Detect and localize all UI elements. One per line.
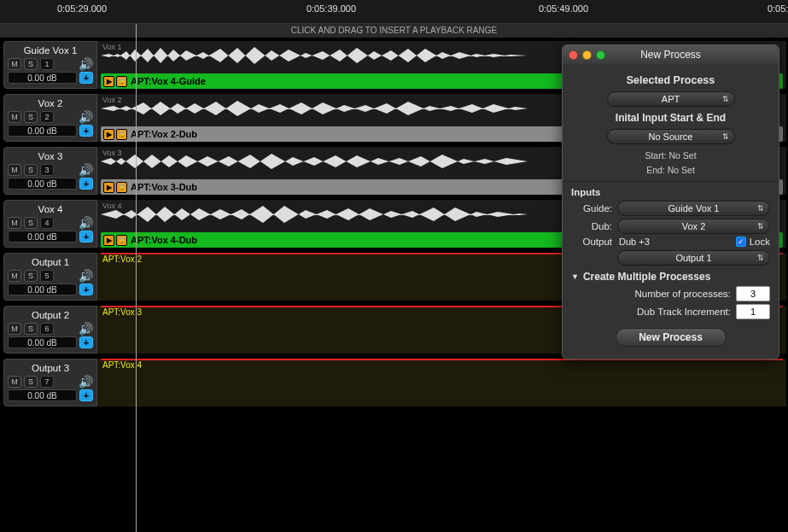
channel-number: 7 — [40, 376, 54, 388]
mute-button[interactable]: M — [8, 270, 21, 282]
panel-title: New Process — [563, 49, 779, 61]
gain-value[interactable]: 0.00 dB — [8, 72, 77, 84]
track-header: Vox 2 M S 2 🔊 0.00 dB + — [3, 94, 97, 142]
volume-icon[interactable]: 🔊 — [79, 323, 93, 335]
add-button[interactable]: + — [79, 178, 93, 190]
track-title: Guide Vox 1 — [8, 44, 93, 56]
waveform — [101, 97, 528, 120]
num-processes-field[interactable] — [736, 286, 770, 301]
mute-button[interactable]: M — [8, 164, 21, 176]
end-value: End: No Set — [571, 164, 770, 177]
volume-icon[interactable]: 🔊 — [79, 376, 93, 388]
solo-button[interactable]: S — [24, 58, 38, 70]
track-title: Output 1 — [8, 256, 93, 268]
clip-label: APT:Vox 4-Dub — [131, 235, 197, 245]
gain-value[interactable]: 0.00 dB — [8, 336, 77, 348]
solo-button[interactable]: S — [24, 164, 38, 176]
num-processes-label: Number of processes: — [635, 289, 732, 299]
add-button[interactable]: + — [79, 389, 93, 401]
mute-button[interactable]: M — [8, 217, 21, 229]
track-title: Vox 4 — [8, 203, 93, 215]
new-process-button[interactable]: New Process — [616, 328, 727, 347]
volume-icon[interactable]: 🔊 — [79, 217, 93, 229]
volume-icon[interactable]: 🔊 — [79, 58, 93, 70]
mute-button[interactable]: M — [8, 58, 21, 70]
dub-select[interactable]: Vox 2⇅ — [617, 219, 770, 234]
source-select[interactable]: No Source⇅ — [607, 129, 735, 144]
track-title: Vox 3 — [8, 150, 93, 162]
play-icon[interactable]: ▶ — [103, 76, 114, 87]
lock-checkbox[interactable]: ✓ — [736, 237, 746, 247]
dub-increment-label: Dub Track Increment: — [637, 307, 731, 317]
channel-number: 3 — [40, 164, 54, 176]
ruler-tick: 0:05:59.000 — [768, 3, 788, 14]
solo-button[interactable]: S — [24, 376, 38, 388]
start-value: Start: No Set — [571, 149, 770, 162]
volume-icon[interactable]: 🔊 — [79, 111, 93, 123]
hint-bar: CLICK AND DRAG TO INSERT A PLAYBACK RANG… — [0, 24, 788, 38]
track-header: Vox 4 M S 4 🔊 0.00 dB + — [3, 200, 97, 248]
track-title: Output 3 — [8, 362, 93, 374]
lock-icon[interactable]: 🔒 — [116, 182, 127, 193]
play-icon[interactable]: ▶ — [103, 182, 114, 193]
dub-increment-field[interactable] — [736, 304, 770, 319]
waveform — [101, 203, 528, 225]
gain-value[interactable]: 0.00 dB — [8, 231, 77, 243]
add-button[interactable]: + — [79, 231, 93, 243]
ruler-tick: 0:05:29.000 — [57, 3, 107, 14]
solo-button[interactable]: S — [24, 217, 38, 229]
output-clip-label: APT:Vox 4 — [102, 360, 142, 370]
multiple-processes-disclosure[interactable]: ▼Create Multiple Processes — [571, 271, 770, 283]
gain-value[interactable]: 0.00 dB — [8, 389, 77, 401]
timeline-ruler[interactable]: 0:05:29.000 0:05:39.000 0:05:49.000 0:05… — [0, 0, 788, 24]
volume-icon[interactable]: 🔊 — [79, 270, 93, 282]
add-button[interactable]: + — [79, 125, 93, 137]
chevron-updown-icon: ⇅ — [757, 204, 764, 213]
add-button[interactable]: + — [79, 72, 93, 84]
track-header: Output 1 M S 5 🔊 0.00 dB + — [3, 253, 97, 301]
gain-value[interactable]: 0.00 dB — [8, 178, 77, 190]
output-select[interactable]: Output 1⇅ — [617, 250, 770, 266]
track-header: Guide Vox 1 M S 1 🔊 0.00 dB + — [3, 41, 97, 89]
inputs-heading: Inputs — [571, 187, 770, 197]
lock-icon[interactable]: 🔒 — [116, 129, 127, 140]
output-clip-label: APT:Vox 2 — [102, 254, 142, 264]
add-button[interactable]: + — [79, 336, 93, 348]
track-header: Output 3 M S 7 🔊 0.00 dB + — [3, 359, 97, 406]
clip-label: APT:Vox 3-Dub — [131, 182, 197, 192]
lock-icon[interactable]: 🔒 — [116, 235, 127, 246]
mute-button[interactable]: M — [8, 111, 21, 123]
output-clip-label: APT:Vox 3 — [102, 307, 142, 317]
initial-input-heading: Inital Input Start & End — [571, 112, 770, 124]
gain-value[interactable]: 0.00 dB — [8, 284, 77, 295]
track-row: Output 3 M S 7 🔊 0.00 dB + APT:Vox 4 — [0, 355, 788, 408]
track-lane[interactable]: APT:Vox 4 — [97, 359, 786, 406]
panel-titlebar[interactable]: New Process — [563, 45, 779, 64]
channel-number: 1 — [40, 58, 54, 70]
play-icon[interactable]: ▶ — [103, 129, 114, 140]
clip-label: APT:Vox 2-Dub — [131, 129, 197, 139]
solo-button[interactable]: S — [24, 323, 38, 335]
solo-button[interactable]: S — [24, 270, 38, 282]
track-title: Output 2 — [8, 309, 93, 321]
channel-number: 4 — [40, 217, 54, 229]
mute-button[interactable]: M — [8, 323, 21, 335]
add-button[interactable]: + — [79, 284, 93, 295]
track-title: Vox 2 — [8, 97, 93, 109]
chevron-updown-icon: ⇅ — [757, 254, 764, 262]
channel-number: 6 — [40, 323, 54, 335]
guide-label: Guide: — [571, 203, 612, 213]
solo-button[interactable]: S — [24, 111, 38, 123]
play-icon[interactable]: ▶ — [103, 235, 114, 246]
new-process-panel: New Process Selected Process APT⇅ Inital… — [562, 44, 779, 360]
mute-button[interactable]: M — [8, 376, 21, 388]
guide-select[interactable]: Guide Vox 1⇅ — [617, 201, 770, 216]
gain-value[interactable]: 0.00 dB — [8, 125, 77, 137]
lock-icon[interactable]: 🔒 — [116, 76, 127, 87]
volume-icon[interactable]: 🔊 — [79, 164, 93, 176]
channel-number: 5 — [40, 270, 54, 282]
triangle-down-icon: ▼ — [571, 272, 579, 281]
process-select[interactable]: APT⇅ — [607, 91, 735, 107]
waveform — [101, 44, 528, 67]
ruler-tick: 0:05:49.000 — [539, 3, 588, 14]
